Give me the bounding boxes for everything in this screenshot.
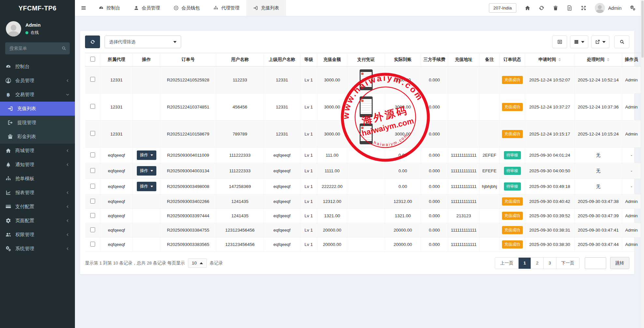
row-checkbox[interactable] — [90, 184, 95, 189]
user-status: 在线 — [25, 30, 41, 36]
col-apply_time[interactable]: 申请时间 — [525, 53, 575, 66]
row-checkbox[interactable] — [90, 168, 95, 173]
sidebar-item-notice-mgmt[interactable]: 通知管理 — [0, 158, 75, 172]
chevron-left-icon — [66, 233, 69, 236]
site-selector-button[interactable]: 207-India — [489, 3, 516, 13]
row-action-button[interactable]: 操作 — [137, 150, 156, 160]
sidebar-item-member-mgmt[interactable]: 会员管理 — [0, 74, 75, 88]
cell-operator: - — [622, 163, 641, 179]
tab-member-mgmt[interactable]: 会员管理 — [127, 0, 167, 16]
col-level: 等级 — [300, 53, 317, 66]
refresh-button[interactable] — [85, 36, 100, 48]
table-search-button[interactable] — [614, 36, 629, 48]
sidebar-item-report-mgmt[interactable]: 报表管理 — [0, 186, 75, 200]
columns-view-button[interactable] — [570, 36, 588, 48]
cell-actual_amount: 12312.00 — [385, 194, 421, 209]
refresh-button[interactable] — [539, 5, 544, 11]
page-jump-button[interactable]: 跳转 — [610, 257, 629, 269]
cell-operator: - — [622, 148, 641, 163]
home-button[interactable] — [525, 5, 530, 11]
cell-status: 待审核 — [500, 148, 525, 163]
export-view-button[interactable] — [591, 36, 609, 48]
page-button-3[interactable]: 3 — [544, 258, 556, 269]
cell-order_no: R2025122410158679 — [160, 121, 216, 148]
sidebar-item-page-config[interactable]: 页面配置 — [0, 214, 75, 228]
cell-process_time: 无 — [575, 179, 622, 194]
home-icon — [6, 148, 11, 153]
sidebar-item-withdraw-mgmt[interactable]: 提现管理 — [0, 116, 75, 130]
tab-agent-mgmt[interactable]: 代理管理 — [207, 0, 246, 16]
row-checkbox[interactable] — [90, 199, 95, 204]
row-checkbox[interactable] — [90, 77, 95, 82]
tab-dashboard[interactable]: 控制台 — [92, 0, 127, 16]
columns-icon — [574, 39, 579, 44]
page-button-2[interactable]: 2 — [531, 258, 544, 269]
cell-proof — [347, 66, 385, 93]
payment-proof-thumbnail[interactable] — [360, 96, 373, 117]
scrollbar[interactable] — [641, 0, 644, 328]
sidebar-item-bonus-list[interactable]: 彩金列表 — [0, 130, 75, 144]
sidebar-toggle-button[interactable] — [75, 0, 92, 16]
row-checkbox[interactable] — [90, 242, 95, 247]
page-jump-input[interactable] — [585, 257, 606, 269]
sidebar-item-trade-mgmt[interactable]: ฿交易管理 — [0, 88, 75, 102]
tab-member-wallet[interactable]: 会员钱包 — [167, 0, 207, 16]
column-header-label: 实际到账 — [394, 57, 412, 62]
row-checkbox[interactable] — [90, 213, 95, 218]
navbar-right: 207-India Admin — [489, 0, 644, 16]
settings-button[interactable] — [630, 5, 636, 11]
top-navbar: 控制台会员管理会员钱包代理管理充值列表 207-India Admin — [75, 0, 644, 16]
page-button-1[interactable]: 1 — [519, 258, 531, 269]
agent-filter-select[interactable]: 选择代理筛选 — [105, 36, 181, 48]
payment-proof-thumbnail[interactable] — [360, 123, 373, 144]
cell-operator: Admin — [622, 121, 641, 148]
row-action-button[interactable]: 操作 — [137, 182, 156, 191]
table-row: eqfqeeqfR20250930033974441241435eqfqeeqf… — [85, 209, 641, 223]
sidebar-item-pay-config[interactable]: 支付配置 — [0, 200, 75, 214]
row-checkbox[interactable] — [90, 131, 95, 136]
cell-parent_username: eqfqeeqf — [264, 148, 300, 163]
clear-button[interactable] — [567, 5, 572, 11]
sidebar-item-mall-mgmt[interactable]: 商城管理 — [0, 144, 75, 158]
col-process_time[interactable]: 处理时间 — [575, 53, 622, 66]
row-checkbox[interactable] — [90, 227, 95, 232]
column-header-label: 所属代理 — [108, 57, 125, 62]
sidebar-item-system-mgmt[interactable]: 系统管理 — [0, 242, 75, 256]
payment-proof-thumbnail[interactable] — [360, 69, 373, 90]
cell-parent_username: eqfqeeqf — [264, 194, 300, 209]
row-checkbox[interactable] — [90, 104, 95, 109]
admin-menu[interactable]: Admin — [595, 3, 622, 13]
menu-search-input[interactable] — [5, 42, 70, 54]
chevron-down-icon — [150, 154, 153, 156]
scrollbar-thumb[interactable] — [641, 1, 644, 58]
col-order_no: 订单号 — [160, 53, 216, 66]
cell-checkbox — [85, 121, 100, 148]
table-view-buttons — [552, 36, 629, 48]
sidebar-item-recharge-list[interactable]: 充值列表 — [0, 102, 75, 116]
trash-button[interactable] — [553, 5, 558, 11]
gears-icon — [6, 246, 11, 251]
cell-username: 456456 — [216, 93, 264, 121]
row-action-button[interactable]: 操作 — [137, 166, 156, 176]
table-row: 12331R202512241015867978978912331Lv 1300… — [85, 121, 641, 148]
row-checkbox[interactable] — [90, 152, 95, 157]
sitemap-icon — [213, 6, 218, 10]
cell-parent_username: eqfqeeqf — [264, 179, 300, 194]
sidebar-item-label: 通知管理 — [15, 162, 62, 168]
tab-recharge-list[interactable]: 充值列表 — [246, 0, 286, 16]
detail-view-button[interactable] — [552, 36, 567, 48]
cell-third_fee: 0.000 — [421, 93, 448, 121]
detail-icon — [557, 39, 562, 44]
next-page-button[interactable]: 下一页 — [556, 258, 580, 269]
table-row: eqfqeeqf操作R2025093004011009111222333eqfq… — [85, 148, 641, 163]
cell-address: 213123 — [448, 209, 479, 223]
expand-button[interactable] — [581, 5, 586, 11]
prev-page-button[interactable]: 上一页 — [495, 258, 519, 269]
select-all-checkbox[interactable] — [90, 57, 95, 62]
sidebar-item-dashboard[interactable]: 控制台 — [0, 60, 75, 74]
cell-checkbox — [85, 93, 100, 121]
sidebar-item-perm-mgmt[interactable]: 权限管理 — [0, 228, 75, 242]
sidebar-item-order-template[interactable]: 抢单模板 — [0, 172, 75, 186]
page-size-select[interactable]: 10 — [188, 258, 207, 268]
cell-remark: hjbhjbhj — [479, 179, 500, 194]
